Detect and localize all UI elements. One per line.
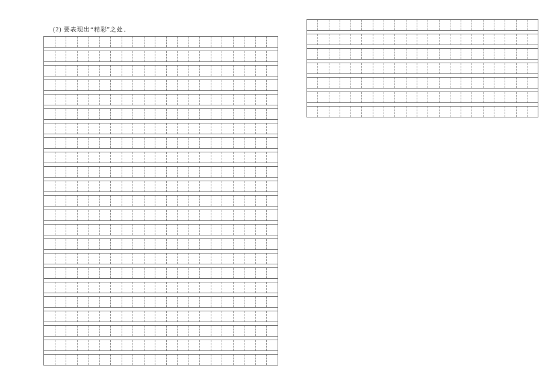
grid-cell <box>122 167 133 178</box>
grid-cell <box>166 268 178 279</box>
grid-cell <box>244 80 256 91</box>
grid-cell <box>188 282 200 293</box>
grid-cell <box>211 210 222 221</box>
grid-cell <box>66 66 78 76</box>
grid-cell <box>188 123 200 134</box>
grid-cell <box>211 326 222 337</box>
grid-cell <box>472 78 483 89</box>
grid-cell <box>99 95 111 105</box>
grid-cell <box>384 49 395 60</box>
grid-cell <box>155 210 167 221</box>
grid-cell <box>99 225 111 235</box>
grid-cell <box>307 78 318 89</box>
grid-cell <box>267 268 278 279</box>
grid-cell <box>329 34 340 45</box>
grid-cell <box>244 326 256 337</box>
grid-cell <box>222 37 234 48</box>
grid-cell <box>222 210 234 221</box>
grid-cell <box>255 167 267 178</box>
grid-cell <box>89 181 100 192</box>
grid-cell <box>166 181 178 192</box>
grid-cell <box>200 80 211 91</box>
grid-cell <box>77 239 89 250</box>
grid-cell <box>244 225 256 235</box>
grid-cell <box>144 326 155 337</box>
grid-cell <box>505 78 516 89</box>
grid-cell <box>66 196 78 207</box>
grid-cell <box>144 167 155 178</box>
grid-cell <box>222 254 234 264</box>
grid-cell <box>329 78 340 89</box>
grid-cell <box>200 152 211 163</box>
grid-cell <box>166 152 178 163</box>
grid-cell <box>122 239 133 250</box>
grid-cell <box>255 239 267 250</box>
grid-cell <box>55 80 66 91</box>
grid-row <box>44 355 278 366</box>
grid-cell <box>222 268 234 279</box>
grid-cell <box>428 78 439 89</box>
grid-cell <box>144 152 155 163</box>
grid-cell <box>55 326 66 337</box>
grid-cell <box>450 107 461 117</box>
grid-cell <box>244 152 256 163</box>
grid-cell <box>395 78 406 89</box>
grid-cell <box>351 34 362 45</box>
grid-cell <box>461 107 472 117</box>
grid-cell <box>255 80 267 91</box>
grid-cell <box>99 196 111 207</box>
grid-cell <box>417 49 428 60</box>
grid-cell <box>66 239 78 250</box>
grid-cell <box>351 92 362 103</box>
grid-cell <box>44 239 55 250</box>
grid-cell <box>267 340 278 351</box>
grid-cell <box>417 20 428 31</box>
grid-cell <box>133 355 145 366</box>
grid-cell <box>362 20 373 31</box>
grid-cell <box>89 268 100 279</box>
grid-cell <box>222 326 234 337</box>
grid-cell <box>99 138 111 149</box>
grid-cell <box>329 92 340 103</box>
grid-cell <box>222 355 234 366</box>
grid-cell <box>222 80 234 91</box>
grid-cell <box>450 20 461 31</box>
grid-cell <box>188 268 200 279</box>
grid-cell <box>77 181 89 192</box>
grid-cell <box>439 20 450 31</box>
grid-cell <box>244 167 256 178</box>
grid-cell <box>222 167 234 178</box>
grid-cell <box>178 37 189 48</box>
grid-row <box>44 123 278 134</box>
grid-row <box>44 268 278 279</box>
grid-cell <box>233 80 244 91</box>
grid-cell <box>244 311 256 322</box>
grid-cell <box>122 196 133 207</box>
grid-row <box>44 225 278 235</box>
grid-cell <box>200 181 211 192</box>
grid-cell <box>89 326 100 337</box>
grid-cell <box>66 225 78 235</box>
grid-cell <box>44 225 55 235</box>
grid-cell <box>66 37 78 48</box>
grid-cell <box>133 80 145 91</box>
grid-cell <box>244 254 256 264</box>
grid-cell <box>516 20 527 31</box>
grid-cell <box>307 107 318 117</box>
grid-cell <box>318 20 329 31</box>
grid-cell <box>55 254 66 264</box>
grid-cell <box>144 340 155 351</box>
grid-cell <box>200 239 211 250</box>
grid-cell <box>122 123 133 134</box>
grid-cell <box>178 225 189 235</box>
grid-cell <box>233 196 244 207</box>
grid-row <box>44 152 278 163</box>
grid-cell <box>472 20 483 31</box>
grid-cell <box>439 63 450 74</box>
grid-cell <box>89 80 100 91</box>
grid-cell <box>244 138 256 149</box>
grid-cell <box>144 282 155 293</box>
grid-cell <box>133 196 145 207</box>
grid-cell <box>417 92 428 103</box>
grid-cell <box>267 181 278 192</box>
